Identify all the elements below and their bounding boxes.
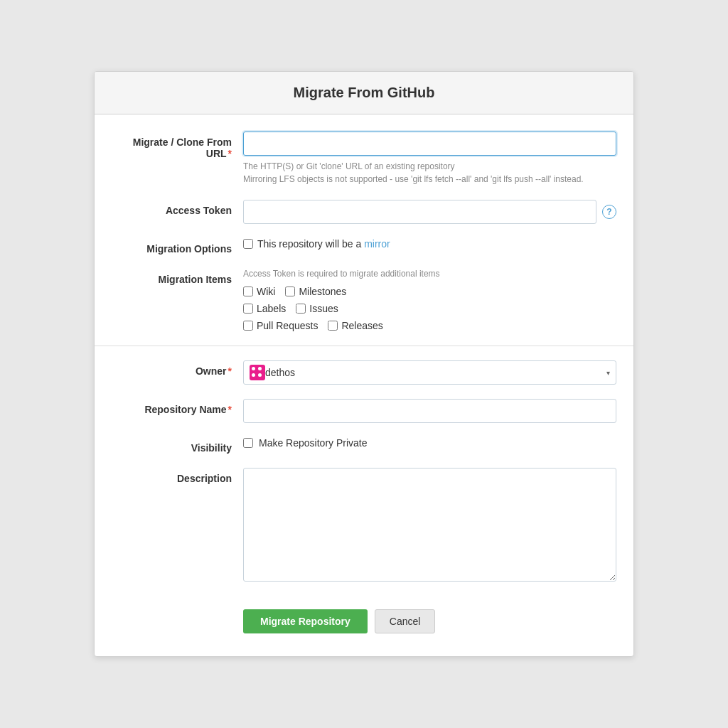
url-group: Migrate / Clone From URL* The HTTP(S) or… (95, 132, 633, 186)
migration-options-label: Migration Options (112, 238, 243, 255)
description-control-wrap (243, 468, 616, 584)
owner-label: Owner* (112, 360, 243, 377)
make-private-label: Make Repository Private (259, 437, 368, 449)
access-token-group: Access Token ? (95, 200, 633, 224)
migrate-dialog: Migrate From GitHub Migrate / Clone From… (94, 71, 634, 657)
checkbox-row-2: Labels Issues (243, 303, 616, 314)
labels-checkbox[interactable] (243, 304, 253, 314)
dice-dot-2 (258, 367, 262, 370)
owner-control-wrap: dethos ▾ (243, 360, 616, 385)
private-checkbox[interactable] (243, 438, 253, 448)
repo-name-input[interactable] (243, 399, 616, 423)
visibility-label: Visibility (112, 437, 243, 454)
owner-select[interactable]: dethos ▾ (243, 360, 616, 385)
milestones-checkbox[interactable] (285, 287, 295, 296)
releases-item: Releases (328, 320, 382, 331)
migration-items-label: Migration Items (112, 269, 243, 285)
section-divider (95, 346, 633, 346)
owner-avatar (250, 365, 265, 380)
owner-name: dethos (265, 367, 606, 378)
access-token-control-wrap: ? (243, 200, 616, 224)
url-input[interactable] (243, 132, 616, 156)
pull-requests-label: Pull Requests (257, 320, 318, 331)
migration-items-group: Migration Items Access Token is required… (95, 269, 633, 331)
access-token-label: Access Token (112, 200, 243, 216)
migration-note: Access Token is required to migrate addi… (243, 269, 616, 279)
checkbox-row-1: Wiki Milestones (243, 286, 616, 297)
cancel-button[interactable]: Cancel (375, 609, 436, 633)
repo-name-group: Repository Name* (95, 399, 633, 423)
wiki-label: Wiki (257, 286, 275, 297)
issues-item: Issues (296, 303, 338, 314)
description-group: Description (95, 468, 633, 584)
dialog-title: Migrate From GitHub (112, 85, 616, 101)
wiki-item: Wiki (243, 286, 275, 297)
url-label: Migrate / Clone From URL* (112, 132, 243, 159)
mirror-link[interactable]: mirror (364, 238, 390, 250)
issues-checkbox[interactable] (296, 304, 306, 314)
pull-requests-checkbox[interactable] (243, 321, 253, 331)
mirror-label: This repository will be a mirror (257, 238, 390, 250)
dice-dot-1 (252, 367, 255, 370)
url-help-text: The HTTP(S) or Git 'clone' URL of an exi… (243, 160, 616, 186)
visibility-group: Visibility Make Repository Private (95, 437, 633, 454)
releases-checkbox[interactable] (328, 321, 338, 331)
milestones-label: Milestones (299, 286, 346, 297)
description-label: Description (112, 468, 243, 484)
dialog-header: Migrate From GitHub (95, 72, 633, 114)
labels-label: Labels (257, 303, 286, 314)
description-textarea[interactable] (243, 468, 616, 582)
migration-items-control-wrap: Access Token is required to migrate addi… (243, 269, 616, 331)
dialog-body: Migrate / Clone From URL* The HTTP(S) or… (95, 114, 633, 656)
migration-options-group: Migration Options This repository will b… (95, 238, 633, 255)
access-token-input[interactable] (243, 200, 596, 224)
migrate-repository-button[interactable]: Migrate Repository (243, 609, 368, 633)
milestones-item: Milestones (285, 286, 346, 297)
dice-dot-4 (258, 373, 262, 377)
issues-label: Issues (309, 303, 338, 314)
dice-dot-3 (252, 373, 255, 377)
labels-item: Labels (243, 303, 286, 314)
pull-requests-item: Pull Requests (243, 320, 318, 331)
visibility-control-wrap: Make Repository Private (243, 437, 616, 449)
releases-label: Releases (341, 320, 382, 331)
form-actions: Migrate Repository Cancel (226, 598, 633, 639)
access-token-help-icon[interactable]: ? (602, 205, 616, 219)
visibility-row: Make Repository Private (243, 437, 616, 449)
migration-items-checkboxes: Wiki Milestones Labels (243, 286, 616, 331)
mirror-row: This repository will be a mirror (243, 238, 616, 250)
url-control-wrap: The HTTP(S) or Git 'clone' URL of an exi… (243, 132, 616, 186)
repo-name-control-wrap (243, 399, 616, 423)
checkbox-row-3: Pull Requests Releases (243, 320, 616, 331)
mirror-checkbox[interactable] (243, 239, 253, 249)
chevron-down-icon: ▾ (606, 369, 610, 377)
repo-name-label: Repository Name* (112, 399, 243, 415)
owner-group: Owner* dethos ▾ (95, 360, 633, 385)
access-token-input-wrap: ? (243, 200, 616, 224)
wiki-checkbox[interactable] (243, 287, 253, 296)
migration-options-control-wrap: This repository will be a mirror (243, 238, 616, 250)
